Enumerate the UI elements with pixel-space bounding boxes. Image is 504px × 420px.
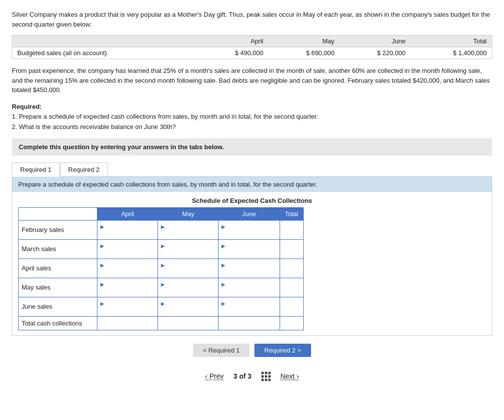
- mar-april-input[interactable]: [100, 249, 155, 257]
- feb-may-cell[interactable]: ▶: [158, 220, 219, 239]
- may-june-input[interactable]: [221, 288, 276, 295]
- page-info: 3 of 3: [233, 372, 252, 380]
- jun-april-cell[interactable]: ▶: [97, 297, 158, 316]
- intro-paragraph1: Silver Company makes a product that is v…: [12, 10, 492, 29]
- row-label-apr: April sales: [19, 258, 97, 278]
- row-label-feb: February sales: [19, 220, 97, 239]
- prev-chevron-icon: ‹: [205, 372, 208, 380]
- may-april-cell[interactable]: ▶: [97, 278, 158, 297]
- apr-total-cell: [280, 258, 303, 278]
- col-header-june: June: [339, 35, 410, 47]
- tabs-container: Required 1 Required 2: [12, 162, 492, 177]
- bottom-navigation: ‹ Prev 3 of 3 Next ›: [12, 372, 492, 381]
- complete-instructions-box: Complete this question by entering your …: [12, 138, 492, 156]
- apr-june-cell[interactable]: ▶: [219, 258, 280, 278]
- feb-june-cell[interactable]: ▶: [219, 220, 280, 239]
- prev-label[interactable]: Prev: [209, 372, 223, 380]
- prev-button[interactable]: ‹ Prev: [205, 372, 223, 380]
- col-header-may: May: [268, 35, 339, 47]
- tab-content-area: Prepare a schedule of expected cash coll…: [12, 176, 492, 336]
- table-row: June sales ▶ ▶ ▶: [19, 297, 304, 316]
- table-row: April sales ▶ ▶ ▶: [19, 258, 304, 278]
- budgeted-sales-april: $ 490,000: [197, 47, 268, 59]
- total-june-cell: [219, 316, 280, 330]
- row-label-jun: June sales: [19, 297, 97, 316]
- feb-april-cell[interactable]: ▶: [97, 220, 158, 239]
- feb-total-cell: [280, 220, 303, 239]
- feb-may-input[interactable]: [161, 230, 215, 237]
- nav-required1-button[interactable]: < Required 1: [193, 344, 250, 357]
- sched-col-label: [19, 207, 97, 220]
- apr-may-cell[interactable]: ▶: [158, 258, 219, 278]
- feb-april-input[interactable]: [100, 230, 155, 237]
- next-chevron-icon: ›: [296, 372, 299, 380]
- required-item-1: 1. Prepare a schedule of expected cash c…: [12, 113, 318, 120]
- may-june-cell[interactable]: ▶: [219, 278, 280, 297]
- may-may-input[interactable]: [161, 288, 215, 295]
- col-header-april: April: [197, 35, 268, 47]
- tab-required1[interactable]: Required 1: [12, 162, 60, 177]
- total-may-cell: [158, 316, 219, 330]
- total-total-cell: [280, 316, 303, 330]
- grid-view-icon: [261, 372, 271, 381]
- grid-icon[interactable]: [261, 372, 271, 381]
- jun-june-input[interactable]: [221, 307, 276, 314]
- schedule-table: April May June Total February sales ▶ ▶ …: [18, 207, 304, 330]
- may-may-cell[interactable]: ▶: [158, 278, 219, 297]
- budgeted-sales-label: Budgeted sales (all on account): [12, 47, 197, 59]
- table-row: May sales ▶ ▶ ▶: [19, 278, 304, 297]
- mar-june-cell[interactable]: ▶: [219, 239, 280, 258]
- mar-may-input[interactable]: [161, 249, 215, 257]
- next-button[interactable]: Next ›: [281, 372, 299, 380]
- total-april-cell: [97, 316, 158, 330]
- jun-may-cell[interactable]: ▶: [158, 297, 219, 316]
- table-row-total: Total cash collections: [19, 316, 304, 330]
- sched-col-total: Total: [280, 207, 303, 220]
- feb-june-input[interactable]: [221, 230, 276, 237]
- sched-col-april: April: [97, 207, 158, 220]
- apr-april-cell[interactable]: ▶: [97, 258, 158, 278]
- nav-required2-button[interactable]: Required 2 >: [254, 344, 311, 357]
- tab-required2[interactable]: Required 2: [60, 162, 108, 177]
- experience-paragraph: From past experience, the company has le…: [12, 66, 492, 95]
- row-label-total: Total cash collections: [19, 316, 97, 330]
- table-row: March sales ▶ ▶ ▶: [19, 239, 304, 258]
- budgeted-sales-june: $ 220,000: [339, 47, 410, 59]
- jun-june-cell[interactable]: ▶: [219, 297, 280, 316]
- tab-navigation-buttons: < Required 1 Required 2 >: [12, 344, 492, 357]
- sched-col-may: May: [158, 207, 219, 220]
- apr-june-input[interactable]: [221, 268, 276, 276]
- may-total-cell: [280, 278, 303, 297]
- sched-col-june: June: [219, 207, 280, 220]
- apr-may-input[interactable]: [161, 268, 215, 276]
- tab-description: Prepare a schedule of expected cash coll…: [12, 177, 492, 192]
- col-header-total: Total: [410, 35, 492, 47]
- schedule-container: Schedule of Expected Cash Collections Ap…: [12, 192, 492, 335]
- jun-total-cell: [280, 297, 303, 316]
- sales-budget-table: April May June Total Budgeted sales (all…: [12, 35, 492, 59]
- table-row: February sales ▶ ▶ ▶: [19, 220, 304, 239]
- row-label-may: May sales: [19, 278, 97, 297]
- mar-june-input[interactable]: [221, 249, 276, 257]
- apr-april-input[interactable]: [100, 268, 155, 276]
- budgeted-sales-total: $ 1,400,000: [410, 47, 492, 59]
- jun-april-input[interactable]: [100, 307, 155, 314]
- complete-instructions-text: Complete this question by entering your …: [19, 143, 224, 151]
- jun-may-input[interactable]: [161, 307, 215, 314]
- mar-april-cell[interactable]: ▶: [97, 239, 158, 258]
- next-label[interactable]: Next: [281, 372, 295, 380]
- mar-total-cell: [280, 239, 303, 258]
- required-item-2: 2. What is the accounts receivable balan…: [12, 123, 176, 130]
- mar-may-cell[interactable]: ▶: [158, 239, 219, 258]
- may-april-input[interactable]: [100, 288, 155, 295]
- row-label-mar: March sales: [19, 239, 97, 258]
- col-header-label: [12, 35, 197, 47]
- budgeted-sales-may: $ 690,000: [268, 47, 339, 59]
- required-section: Required: 1. Prepare a schedule of expec…: [12, 102, 492, 132]
- required-heading: Required:: [12, 103, 42, 110]
- schedule-title: Schedule of Expected Cash Collections: [18, 197, 486, 204]
